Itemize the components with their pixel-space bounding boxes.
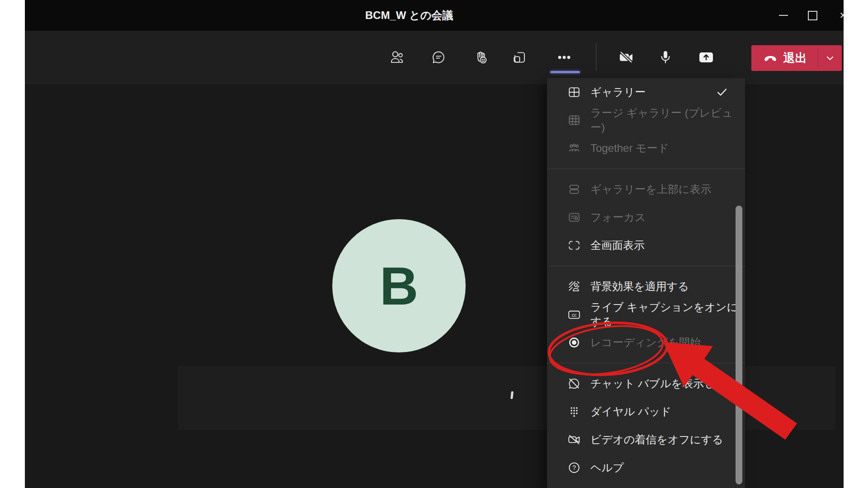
toolbar-divider (596, 43, 596, 71)
title-bar: BCM_W との会議 ✕ (25, 0, 844, 31)
menu-item-label: フォーカス (590, 210, 646, 225)
svg-text:?: ? (572, 464, 576, 471)
share-screen-button[interactable] (696, 47, 717, 68)
menu-item-gallery-at-top: ギャラリーを上部に表示 (547, 175, 745, 203)
dialpad-icon (567, 404, 581, 419)
menu-divider (547, 363, 745, 363)
breakout-rooms-icon (512, 49, 528, 66)
menu-item-start-recording: レコーディングを開始 (547, 328, 745, 357)
leave-button-label: 退出 (783, 50, 807, 66)
meeting-toolbar: 退出 (25, 31, 844, 84)
menu-item-hide-chat-bubbles[interactable]: チャット バブルを表示しない (547, 370, 745, 398)
share-screen-icon (697, 48, 715, 66)
reactions-button[interactable] (471, 47, 491, 68)
menu-item-fullscreen[interactable]: 全画面表示 (547, 231, 745, 259)
menu-item-label: ヘルプ (590, 460, 624, 475)
minimize-button[interactable] (771, 0, 796, 31)
chat-bubble-off-icon (567, 376, 581, 391)
close-button[interactable]: ✕ (830, 0, 844, 31)
screenshot-canvas: BCM_W との会議 ✕ (0, 0, 868, 488)
menu-item-label: レコーディングを開始 (590, 335, 701, 350)
leave-options-button[interactable] (818, 45, 842, 71)
participants-button[interactable] (387, 47, 407, 68)
more-actions-menu: ギャラリー ラージ ギャラリー (プレビュー) Together モード (547, 78, 745, 488)
together-mode-icon (567, 141, 581, 155)
avatar-initial: B (380, 255, 418, 317)
menu-item-focus: フォーカス (547, 203, 745, 231)
camera-toggle-button[interactable] (616, 47, 637, 68)
chevron-down-icon (825, 53, 835, 64)
more-actions-active-indicator (550, 71, 580, 73)
close-icon: ✕ (840, 10, 844, 21)
menu-item-label: ビデオの着信をオフにする (590, 432, 723, 447)
menu-item-background-effects[interactable]: 背景効果を適用する (547, 272, 745, 300)
large-gallery-grid-icon (567, 113, 581, 127)
closed-captions-icon: cc (567, 307, 581, 322)
maximize-icon (808, 11, 817, 20)
menu-divider (547, 266, 745, 266)
menu-item-gallery[interactable]: ギャラリー (547, 78, 745, 106)
leave-button-main[interactable]: 退出 (751, 45, 818, 71)
chat-icon (430, 49, 447, 66)
more-actions-button[interactable] (554, 47, 575, 68)
chat-button[interactable] (428, 47, 449, 68)
participant-avatar: B (332, 219, 466, 352)
menu-scrollbar-thumb[interactable] (736, 206, 742, 484)
reactions-icon (473, 49, 489, 66)
participants-icon (389, 49, 405, 66)
menu-item-label: 背景効果を適用する (590, 279, 689, 294)
leave-button[interactable]: 退出 (751, 45, 842, 71)
menu-item-dial-pad[interactable]: ダイヤル パッド (547, 398, 745, 426)
minimize-icon (779, 15, 788, 16)
menu-item-label: チャット バブルを表示しない (590, 376, 737, 391)
breakout-rooms-button[interactable] (509, 47, 530, 68)
menu-item-large-gallery: ラージ ギャラリー (プレビュー) (547, 106, 745, 134)
incoming-video-off-icon (567, 432, 581, 447)
gallery-top-icon (567, 182, 581, 197)
camera-off-icon (617, 48, 635, 66)
svg-text:cc: cc (572, 312, 577, 318)
meeting-title: BCM_W との会議 (365, 8, 453, 23)
menu-item-together-mode: Together モード (547, 134, 745, 162)
record-icon (567, 335, 581, 350)
hang-up-icon (763, 51, 778, 66)
menu-item-label: ダイヤル パッド (590, 404, 671, 419)
menu-item-live-captions[interactable]: cc ライブ キャプションをオンにする (547, 300, 745, 328)
menu-item-help[interactable]: ? ヘルプ (547, 454, 745, 482)
menu-item-label: Together モード (590, 141, 669, 155)
menu-item-label: 全画面表示 (590, 238, 645, 253)
menu-item-label: ギャラリー (590, 85, 646, 99)
gallery-grid-icon (567, 85, 581, 99)
menu-divider (547, 169, 745, 169)
teams-meeting-window: BCM_W との会議 ✕ (25, 0, 844, 488)
maximize-button[interactable] (800, 0, 825, 31)
more-actions-icon (555, 48, 573, 66)
microphone-icon (657, 49, 674, 66)
checkmark-icon (716, 86, 728, 98)
menu-item-incoming-video-off[interactable]: ビデオの着信をオフにする (547, 426, 745, 454)
focus-icon (567, 210, 581, 225)
fullscreen-icon (567, 238, 581, 253)
menu-item-label: ギャラリーを上部に表示 (590, 182, 711, 197)
help-icon: ? (567, 460, 581, 475)
menu-item-label: ラージ ギャラリー (プレビュー) (590, 106, 745, 135)
background-effects-icon (567, 279, 581, 294)
menu-item-label: ライブ キャプションをオンにする (590, 300, 745, 329)
microphone-toggle-button[interactable] (655, 47, 676, 68)
